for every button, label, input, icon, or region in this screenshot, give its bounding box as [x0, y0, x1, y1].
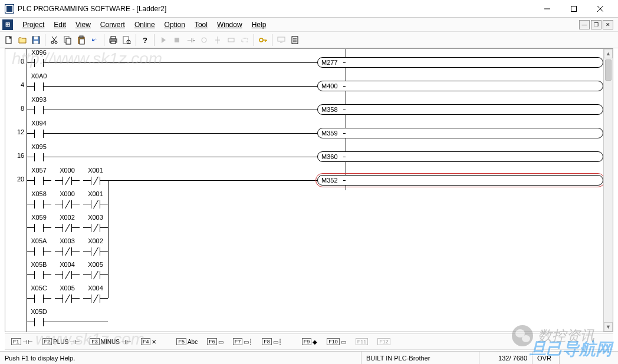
menu-project[interactable]: Project — [18, 19, 49, 30]
contact-X005[interactable]: X005 — [83, 263, 108, 283]
f10-button[interactable]: F10▭ — [324, 336, 349, 347]
f9-button[interactable]: F9◆ — [299, 336, 321, 347]
rung-12[interactable]: 12X094M359 — [5, 120, 603, 143]
contact-X096[interactable]: X096 — [27, 51, 51, 71]
cut-button[interactable] — [48, 34, 61, 47]
contact-X094[interactable]: X094 — [27, 121, 51, 142]
menu-online[interactable]: Online — [130, 19, 160, 30]
copy-button[interactable] — [61, 34, 74, 47]
menu-edit[interactable]: Edit — [49, 19, 71, 30]
contact-X005[interactable]: X005 — [55, 286, 80, 307]
svg-rect-17 — [111, 37, 116, 39]
maximize-button[interactable] — [560, 1, 587, 17]
mdi-minimize-button[interactable]: — — [579, 20, 590, 29]
menu-view[interactable]: View — [71, 19, 96, 30]
menu-window[interactable]: Window — [212, 19, 247, 30]
menu-convert[interactable]: Convert — [96, 19, 130, 30]
f12-button[interactable]: F12 — [374, 336, 393, 347]
scroll-down-button[interactable]: ▼ — [604, 322, 613, 332]
contact-X000[interactable]: X000 — [55, 168, 80, 189]
contact-tool-button[interactable]: ⊣⊢ — [184, 34, 197, 47]
vrule-tool-button[interactable] — [211, 34, 224, 47]
run-button[interactable] — [157, 34, 170, 47]
mdi-close-button[interactable]: ✕ — [603, 20, 613, 29]
f8-button[interactable]: F8▭┊ — [259, 336, 285, 347]
contact-X095[interactable]: X095 — [27, 145, 51, 166]
menu-tool[interactable]: Tool — [190, 19, 212, 30]
status-step: 132/ 7680 — [479, 352, 532, 364]
print-preview-button[interactable] — [120, 34, 133, 47]
f7-button[interactable]: F7▭┊ — [230, 336, 256, 347]
contact-X058[interactable]: X058 — [27, 192, 51, 213]
contact-X05A[interactable]: X05A — [27, 239, 51, 260]
scroll-up-button[interactable]: ▲ — [604, 49, 613, 58]
stop-button[interactable] — [170, 34, 183, 47]
contact-X001[interactable]: X001 — [83, 192, 108, 213]
f5-button[interactable]: F5Abc — [173, 336, 200, 347]
svg-rect-1 — [571, 6, 576, 11]
rung-16[interactable]: 16X095M360 — [5, 143, 603, 167]
monitor-button[interactable] — [275, 34, 288, 47]
help-button[interactable]: ? — [139, 34, 152, 47]
new-file-button[interactable] — [2, 34, 15, 47]
status-plc: BUILT IN PLC-Brother — [361, 352, 479, 364]
delete-tool-button[interactable] — [238, 34, 251, 47]
app-menu-icon: ⊞ — [2, 19, 13, 30]
contact-X05B[interactable]: X05B — [27, 263, 51, 283]
key-button[interactable] — [257, 34, 269, 47]
contact-X003[interactable]: X003 — [55, 239, 80, 260]
f3-button[interactable]: F3MINUS⊣⊢ — [87, 336, 134, 347]
paste-button[interactable] — [75, 34, 88, 47]
scroll-thumb[interactable] — [605, 59, 612, 81]
window-controls — [534, 1, 613, 17]
contact-X001[interactable]: X001 — [83, 168, 108, 189]
contact-X05C[interactable]: X05C — [27, 286, 51, 307]
contact-X004[interactable]: X004 — [55, 263, 80, 283]
contact-label: X002 — [55, 214, 80, 221]
menubar: ⊞ Project Edit View Convert Online Optio… — [0, 18, 618, 32]
contact-X057[interactable]: X057 — [27, 168, 51, 189]
print-button[interactable] — [107, 34, 120, 47]
f4-button[interactable]: F4✕ — [138, 336, 160, 347]
svg-rect-15 — [80, 36, 83, 38]
hrule-tool-button[interactable] — [225, 34, 238, 47]
f11-button[interactable]: F11 — [353, 336, 372, 347]
rung-0[interactable]: 0X096M277 — [5, 49, 603, 72]
contact-X002[interactable]: X002 — [83, 239, 108, 260]
minimize-button[interactable] — [534, 1, 560, 17]
ladder-editor[interactable]: 0X096M2774X0A0M4008X093M35812X094M35916X… — [5, 48, 613, 332]
rung-20[interactable]: 20X057X000X001M352X058X000X001X059X002X0… — [5, 167, 603, 332]
coil-M360[interactable]: M360 — [317, 151, 603, 162]
menu-option[interactable]: Option — [160, 19, 190, 30]
coil-M359[interactable]: M359 — [317, 128, 603, 138]
coil-M400[interactable]: M400 — [317, 81, 603, 91]
coil-M277[interactable]: M277 — [317, 57, 603, 68]
contact-label: X000 — [55, 190, 80, 197]
menu-help[interactable]: Help — [247, 19, 271, 30]
svg-rect-29 — [228, 38, 234, 42]
f1-button[interactable]: F1⊣⊢ — [8, 336, 36, 347]
contact-label: X057 — [27, 167, 51, 174]
coil-M352[interactable]: M352 — [317, 175, 603, 186]
save-button[interactable] — [29, 34, 42, 47]
close-button[interactable] — [587, 1, 613, 17]
open-file-button[interactable] — [16, 34, 29, 47]
coil-tool-button[interactable] — [198, 34, 211, 47]
contact-X0A0[interactable]: X0A0 — [27, 74, 51, 95]
coil-M358[interactable]: M358 — [317, 104, 603, 115]
vertical-scrollbar[interactable]: ▲ ▼ — [603, 49, 613, 332]
f2-button[interactable]: F2PLUS⊣⊢ — [40, 336, 84, 347]
mdi-restore-button[interactable]: ❐ — [591, 20, 601, 29]
rung-8[interactable]: 8X093M358 — [5, 96, 603, 120]
contact-X05D[interactable]: X05D — [27, 310, 51, 330]
contact-X003[interactable]: X003 — [83, 216, 108, 236]
contact-X059[interactable]: X059 — [27, 216, 51, 236]
contact-X000[interactable]: X000 — [55, 192, 80, 213]
undo-button[interactable] — [88, 34, 101, 47]
contact-X004[interactable]: X004 — [83, 286, 108, 307]
f6-button[interactable]: F6▭ — [204, 336, 226, 347]
list-button[interactable] — [288, 34, 301, 47]
rung-4[interactable]: 4X0A0M400 — [5, 72, 603, 96]
contact-X093[interactable]: X093 — [27, 98, 51, 118]
contact-X002[interactable]: X002 — [55, 216, 80, 236]
